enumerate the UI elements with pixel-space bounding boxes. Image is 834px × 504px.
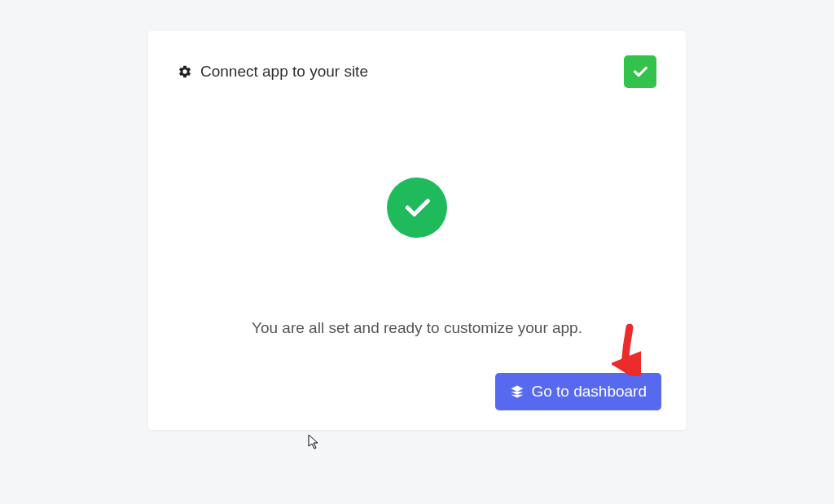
setup-card: Connect app to your site You are all set… — [148, 31, 686, 430]
check-icon — [631, 63, 649, 81]
dashboard-button-label: Go to dashboard — [531, 383, 647, 401]
header-left: Connect app to your site — [178, 63, 368, 81]
success-message: You are all set and ready to customize y… — [178, 319, 656, 337]
check-icon — [401, 191, 433, 224]
success-circle — [387, 177, 447, 238]
card-header: Connect app to your site — [178, 55, 656, 88]
card-title: Connect app to your site — [200, 63, 368, 81]
gear-icon — [178, 64, 192, 79]
go-to-dashboard-button[interactable]: Go to dashboard — [495, 373, 661, 410]
success-badge — [624, 55, 656, 88]
layers-icon — [510, 384, 525, 399]
cursor-icon — [308, 434, 321, 454]
